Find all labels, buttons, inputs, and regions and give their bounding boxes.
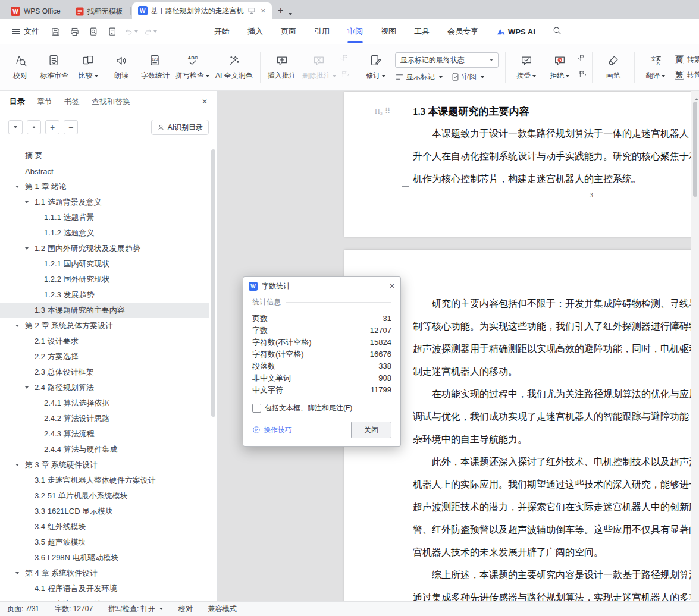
close-dialog-icon[interactable]	[389, 282, 395, 290]
tips-link[interactable]: 操作技巧	[252, 425, 292, 435]
close-tab-icon[interactable]	[261, 7, 266, 15]
chevron-down-icon[interactable]	[15, 186, 19, 188]
toc-item[interactable]: 3.6 L298N 电机驱动模块	[0, 550, 209, 565]
ribbon-tab[interactable]: 页面	[281, 19, 296, 44]
ribbon-tab[interactable]: 审阅	[347, 19, 363, 44]
chevron-down-icon[interactable]	[25, 386, 29, 389]
ribbon-tab[interactable]: 开始	[214, 19, 230, 44]
toc-item[interactable]: 3.4 红外线模块	[0, 519, 209, 535]
to-traditional-button[interactable]: 简 转繁	[675, 55, 699, 65]
insert-comment-button[interactable]: 插入批注	[265, 48, 299, 86]
toc-item[interactable]: 4.1 程序语言及开发环境	[0, 581, 209, 596]
toc-item[interactable]: 1.2.3 发展趋势	[0, 287, 209, 303]
search-icon[interactable]	[552, 26, 562, 38]
toc-item[interactable]: 2.3 总体设计框架	[0, 364, 209, 380]
spell-check-button[interactable]: ABC 拼写检查	[173, 48, 212, 86]
toc-item[interactable]: Abstract	[0, 164, 209, 179]
chevron-down-icon[interactable]	[15, 572, 19, 574]
save-button[interactable]	[49, 25, 62, 38]
ribbon-tab[interactable]: 插入	[247, 19, 263, 44]
toc-item[interactable]: 1.1 选题背景及意义	[0, 194, 209, 210]
toc-item[interactable]: 第 1 章 绪论	[0, 179, 209, 194]
previous-comment-icon[interactable]	[340, 54, 349, 65]
toc-item[interactable]: 2.4.4 算法与硬件集成	[0, 442, 209, 457]
next-comment-icon[interactable]	[340, 70, 349, 81]
chevron-down-icon[interactable]	[25, 201, 29, 203]
sidebar-tab[interactable]: 章节	[37, 96, 52, 107]
to-simplified-button[interactable]: 繁 转简	[675, 70, 699, 80]
compare-button[interactable]: 比较	[71, 48, 105, 86]
word-count-indicator[interactable]: 字数: 12707	[55, 604, 93, 614]
word-count-button[interactable]: 123 字数统计	[138, 48, 173, 86]
vertical-scrollbar[interactable]	[691, 91, 699, 602]
redo-button[interactable]	[144, 25, 157, 38]
page-indicator[interactable]: 页面: 7/31	[7, 604, 39, 614]
toc-item[interactable]: 2.4.1 算法选择依据	[0, 395, 209, 411]
toc-item[interactable]: 2.4 路径规划算法	[0, 380, 209, 395]
reject-revision-button[interactable]: 拒绝	[543, 48, 576, 86]
chevron-down-icon[interactable]	[25, 247, 29, 250]
tab-wps-home[interactable]: WPS Office	[5, 4, 67, 19]
toc-item[interactable]: 1.2 国内外研究现状及发展趋势	[0, 241, 209, 256]
toc-item[interactable]: 3.3 1621LCD 显示模块	[0, 504, 209, 519]
document-page-3[interactable]: H₂ 1.3 本课题研究的主要内容 本课题致力于设计一款集路径规划算法于一体的走…	[344, 92, 699, 237]
collapse-all-button[interactable]	[27, 120, 41, 134]
drag-handle-icon[interactable]	[385, 106, 390, 116]
zoom-in-toc-button[interactable]	[45, 120, 59, 134]
print-preview-button[interactable]	[87, 25, 100, 38]
ribbon-tab[interactable]: 会员专享	[447, 19, 478, 44]
toc-item[interactable]: 2.1 设计要求	[0, 334, 209, 349]
toc-item[interactable]: 1.1.2 选题意义	[0, 225, 209, 241]
toc-item[interactable]: 第 4 章 系统软件设计	[0, 565, 209, 581]
toc-item[interactable]: 摘 要	[0, 148, 209, 164]
track-changes-button[interactable]: 修订	[359, 48, 393, 86]
tab-document[interactable]: 基于路径规划算法的走迷宫机	[132, 2, 272, 19]
toc-item[interactable]: 3.5 超声波模块	[0, 535, 209, 550]
checkbox-unchecked-icon[interactable]	[252, 404, 261, 413]
tab-template[interactable]: 找稻壳模板	[70, 4, 129, 19]
toc-item[interactable]: 2.2 方案选择	[0, 349, 209, 364]
review-pane-button[interactable]: 审阅	[451, 72, 484, 82]
ai-polish-button[interactable]: AI 全文润色	[212, 48, 256, 86]
chevron-down-icon[interactable]	[15, 325, 19, 327]
toc-item[interactable]: 3.2 51 单片机最小系统模块	[0, 488, 209, 504]
new-tab-button[interactable]	[278, 5, 283, 16]
markup-state-select[interactable]: 显示标记的最终状态	[395, 52, 499, 68]
toc-item[interactable]: 1.3 本课题研究的主要内容	[0, 303, 209, 318]
standard-review-button[interactable]: 标准审查	[37, 48, 71, 86]
toc-item[interactable]: 1.2.1 国内研究现状	[0, 256, 209, 272]
include-footnotes-option[interactable]: 包括文本框、脚注和尾注(F)	[252, 403, 391, 413]
previous-revision-icon[interactable]	[578, 54, 587, 65]
translate-button[interactable]: 文A 翻译	[639, 48, 672, 86]
sidebar-scrollbar[interactable]	[211, 149, 215, 417]
file-menu-button[interactable]: 文件	[7, 26, 44, 37]
sidebar-tab[interactable]: 书签	[64, 96, 80, 107]
ribbon-tab[interactable]: 工具	[414, 19, 430, 44]
read-aloud-button[interactable]: 朗读	[105, 48, 138, 86]
compat-mode-indicator[interactable]: 兼容模式	[208, 604, 237, 614]
expand-all-button[interactable]	[8, 120, 23, 134]
export-pdf-button[interactable]	[106, 25, 119, 38]
sidebar-tab[interactable]: 目录	[10, 96, 25, 107]
close-button[interactable]: 关闭	[351, 422, 391, 438]
ribbon-tab[interactable]: 引用	[314, 19, 330, 44]
print-button[interactable]	[68, 25, 81, 38]
wps-ai-tab[interactable]: WPS AI	[496, 27, 535, 36]
zoom-out-toc-button[interactable]	[64, 120, 78, 134]
scrollbar-thumb[interactable]	[693, 102, 697, 197]
accept-revision-button[interactable]: 接受	[510, 48, 543, 86]
toc-item[interactable]: 2.4.3 算法流程	[0, 426, 209, 442]
chevron-down-icon[interactable]	[15, 464, 19, 466]
dialog-title-bar[interactable]: 字数统计	[243, 277, 400, 295]
toc-item[interactable]: 2.4.2 算法设计思路	[0, 411, 209, 426]
toc-item[interactable]: 3.1 走迷宫机器人整体硬件方案设计	[0, 473, 209, 488]
show-markup-button[interactable]: 显示标记	[395, 72, 443, 82]
spell-check-indicator[interactable]: 拼写检查: 打开	[108, 604, 163, 614]
toc-item[interactable]: 1.2.2 国外研究现状	[0, 272, 209, 287]
toc-item[interactable]: 1.1.1 选题背景	[0, 210, 209, 225]
proofread-button[interactable]: 校对	[4, 48, 37, 86]
toc-item[interactable]: 第 2 章 系统总体方案设计	[0, 318, 209, 334]
highlighter-button[interactable]: 画笔	[597, 48, 630, 86]
toc-item[interactable]: 第 3 章 系统硬件设计	[0, 457, 209, 473]
ribbon-tab[interactable]: 视图	[381, 19, 396, 44]
